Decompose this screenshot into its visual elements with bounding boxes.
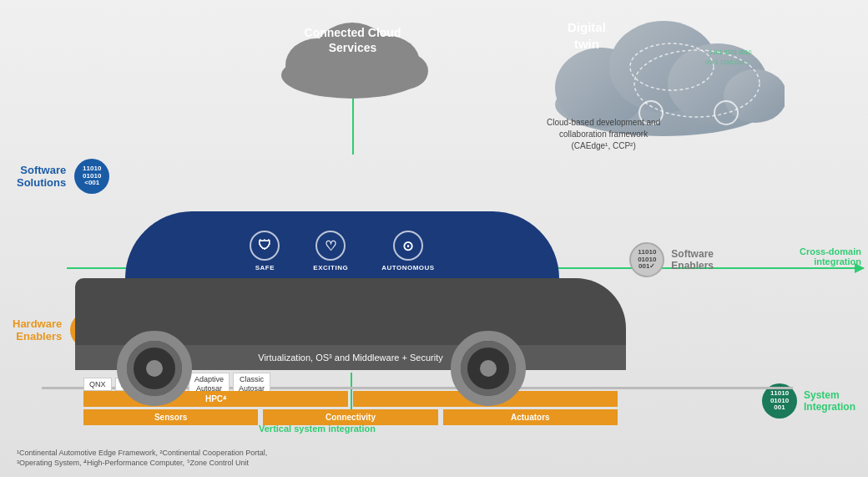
wheel-right xyxy=(451,331,526,406)
digital-twin-cloud: 1101 0101 0010 0011 1010 0101 Digital tw… xyxy=(542,4,785,155)
cross-domain-label: Cross-domain integration xyxy=(800,246,861,266)
diagram-container: Cross-domain integration Vertical system… xyxy=(0,0,868,477)
safe-group: 🛡 SAFE xyxy=(250,231,280,271)
svg-text:0011 1010 0101: 0011 1010 0101 xyxy=(705,59,748,65)
hpc-box: HPC⁴ xyxy=(83,391,348,407)
svg-point-9 xyxy=(724,69,785,123)
sensors-box: Sensors xyxy=(83,409,258,425)
connected-cloud: Connected Cloud Services xyxy=(275,8,430,104)
software-solutions-icon: 1101001010<001 xyxy=(74,159,109,194)
autonomous-group: ⊙ AUTONOMOUS xyxy=(381,231,435,271)
digital-twin-desc: Cloud-based development and collaboratio… xyxy=(547,117,660,152)
exciting-group: ♡ EXCITING xyxy=(313,231,348,271)
connectivity-box: Connectivity xyxy=(263,409,437,425)
digital-twin-title: Digital twin xyxy=(568,19,606,52)
footnotes: ¹Continental Automotive Edge Framework, … xyxy=(17,448,267,469)
qnx-box: QNX xyxy=(83,378,112,391)
svg-point-4 xyxy=(381,53,428,89)
exciting-icon: ♡ xyxy=(315,231,346,261)
software-solutions-label: Software Solutions 1101001010<001 xyxy=(17,159,109,194)
wheel-left xyxy=(117,331,192,406)
sensors-row: Sensors Connectivity Actuators xyxy=(83,409,618,425)
cloud-to-car-arrow xyxy=(352,96,354,155)
autonomous-icon: ⊙ xyxy=(393,231,423,261)
svg-text:1101 0101 0010: 1101 0101 0010 xyxy=(709,49,752,55)
safe-icon: 🛡 xyxy=(250,231,280,261)
actuators-box: Actuators xyxy=(443,409,618,425)
